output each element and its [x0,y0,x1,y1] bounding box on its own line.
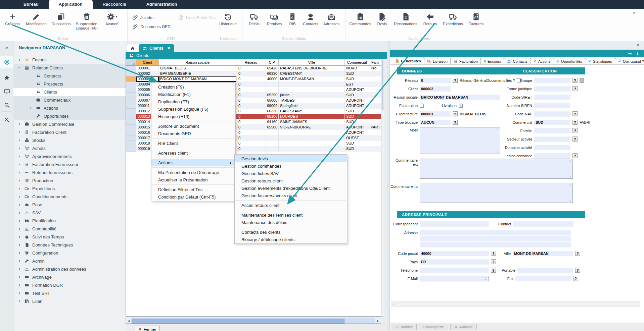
detail-tab[interactable]: Facturation [450,58,481,64]
submenu-item[interactable]: Gestion commandes [235,162,347,170]
contacts-button[interactable]: Contacts [301,11,320,26]
menubar-tab[interactable]: Raccourcis [93,0,136,9]
valider-button[interactable]: ✔Valider [392,324,417,330]
context-menu-item[interactable]: Duplication (F7) [151,98,235,105]
help-button[interactable] [491,259,496,264]
help-button[interactable] [453,120,458,125]
detail-tab[interactable]: Généralités [392,57,424,64]
raison-sociale-field[interactable]: BRICO MONT DE MARSAN [420,95,500,100]
row-selector-cell[interactable] [126,87,136,93]
expeditions-button[interactable]: Expéditions [441,11,465,26]
help-button[interactable] [572,78,578,83]
table-row[interactable]: 000002 BPA MENUISERIE 0 66330 CABESTANY … [126,71,381,76]
help-button[interactable] [572,86,578,91]
row-selector-cell[interactable] [126,76,136,82]
adresse-line3-field[interactable] [420,242,571,247]
table-row[interactable]: 000003 BRICO MONT DE MARSAN 0 40000 MONT… [126,76,381,82]
chevron-icon[interactable] [17,194,21,199]
tree-item[interactable]: ⚒ Production [13,176,126,184]
column-header-cp[interactable]: C.P. [266,59,279,65]
numero-siren-field[interactable] [534,103,570,108]
select-all-corner[interactable] [126,59,136,65]
column-header-commercial[interactable]: Commercial [345,59,369,65]
context-menu-item[interactable] [152,184,235,185]
close-tab-icon[interactable]: ✕ [167,46,171,51]
tree-item[interactable]: Configuration [13,249,126,257]
help-button[interactable] [572,153,578,158]
tree-item[interactable]: Archivage [13,273,126,281]
adresse-line2-field[interactable] [420,236,571,241]
help-button[interactable] [453,111,458,116]
chevron-icon[interactable] [17,130,21,134]
dock-bottom-icon[interactable]: ↧ [636,51,639,56]
chevron-icon[interactable] [17,162,21,167]
tree-item[interactable]: Données Techniques [13,241,126,249]
context-menu-item[interactable]: Adresses client [151,149,235,157]
chevron-icon[interactable] [29,106,33,110]
contact-field[interactable] [513,221,573,227]
rib-button[interactable]: RIB [285,11,300,26]
duplication-button[interactable]: Duplication [50,11,72,31]
tree-item[interactable]: Facturation Fournisseur [13,160,126,168]
table-vertical-scrollbar[interactable] [381,59,384,317]
row-selector-cell[interactable] [126,66,136,71]
help-button[interactable] [491,268,496,273]
help-button[interactable] [573,276,578,281]
chevron-icon[interactable] [17,138,21,143]
context-menu-item[interactable]: Suppression Logique (F6) [151,105,235,113]
reseau-field[interactable]: 0 [420,78,451,83]
row-selector-cell[interactable] [126,93,136,98]
favorites-star-icon[interactable] [0,71,13,84]
chevron-icon[interactable] [17,154,21,159]
submenu-item[interactable] [235,227,346,227]
row-selector-cell[interactable] [126,130,136,135]
tree-item[interactable]: Prospects [13,80,126,88]
context-menu-item[interactable]: Joindre un document [151,122,235,130]
tree-item[interactable]: Lilian [13,297,126,305]
tree-item[interactable]: Test SRT [13,289,126,297]
column-header-reseau[interactable]: Réseau [236,59,266,65]
chevron-icon[interactable] [17,210,21,215]
chevron-icon[interactable] [17,283,21,287]
documents-ged-button[interactable]: Documents GED [132,24,172,30]
motif-textarea[interactable]: ∧∨ [420,127,500,154]
sauvegarde-button[interactable]: Sauvegarde [419,324,448,330]
client-field[interactable]: 000003 [420,86,451,92]
submenu-item[interactable]: Gestion fiches SAV [235,170,347,177]
tree-item[interactable]: Stocks [13,136,126,144]
devis-button[interactable]: Devis [374,11,390,26]
remises-button[interactable]: Remises [265,11,284,26]
groupe-field[interactable] [534,78,570,83]
expand-panel-icon[interactable]: » [637,42,639,48]
help-button[interactable] [575,268,580,273]
correspondant-field[interactable] [420,221,489,227]
home-tab[interactable] [127,44,138,52]
clients-tab[interactable]: Clients ✕ [139,44,174,52]
facturation-checkbox[interactable] [420,104,424,108]
row-selector-cell[interactable] [126,146,136,152]
context-menu-item[interactable]: Création (F9) [151,83,235,91]
table-horizontal-scrollbar[interactable]: ◄ ► [126,318,381,324]
code-siret-field[interactable] [534,95,570,100]
tree-item[interactable]: ⚠ Administration des données [13,265,126,273]
scroll-right-icon[interactable]: ► [375,318,381,323]
row-selector-cell[interactable] [126,125,136,130]
column-header-famille[interactable]: Fam [369,59,381,65]
retours-button[interactable]: Retours [421,11,440,26]
row-selector-cell[interactable] [126,114,136,119]
telephone-field[interactable] [420,268,489,273]
monitor-icon[interactable] [0,85,13,98]
row-selector-cell[interactable] [126,119,136,125]
tree-item[interactable]: Admin [13,257,126,265]
context-menu-item[interactable]: Modification (F1) [151,91,235,98]
tree-item[interactable]: ⚠ SAV [13,209,126,217]
chevron-icon[interactable] [17,186,21,191]
commandes-button[interactable]: Commandes [348,11,372,26]
chevron-icon[interactable] [17,234,21,239]
commentaire-ext-textarea[interactable]: ∧∨ [420,159,573,179]
tree-item[interactable]: Approvisionnements [13,152,126,160]
tree-item[interactable]: Facturation Client [13,128,126,136]
tree-item[interactable]: Conditionnements [13,192,126,201]
column-header-client[interactable]: Client [136,59,159,65]
submenu-item[interactable] [235,200,346,201]
